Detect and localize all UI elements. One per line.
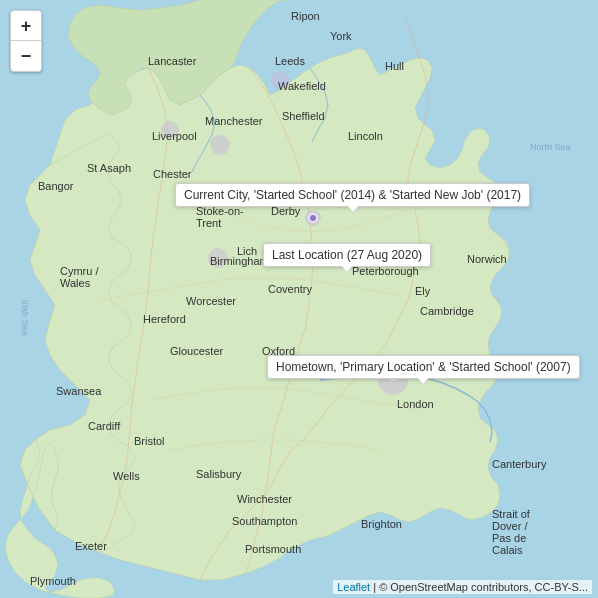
osm-attribution: © OpenStreetMap contributors, CC-BY-S...: [379, 581, 588, 593]
svg-text:North Sea: North Sea: [530, 142, 571, 152]
leaflet-link[interactable]: Leaflet: [337, 581, 370, 593]
svg-point-3: [161, 121, 179, 139]
svg-point-2: [210, 135, 230, 155]
marker-leicester[interactable]: [270, 253, 280, 263]
marker-nottingham[interactable]: [313, 218, 323, 228]
zoom-in-button[interactable]: +: [11, 11, 41, 41]
map-container: North Sea Irish Sea English Channel Ripo…: [0, 0, 598, 598]
svg-point-5: [208, 248, 228, 268]
map-background: North Sea Irish Sea English Channel: [0, 0, 598, 598]
map-attribution: Leaflet | © OpenStreetMap contributors, …: [333, 580, 592, 594]
svg-point-7: [271, 71, 289, 89]
svg-text:Irish Sea: Irish Sea: [20, 300, 30, 336]
zoom-controls: + −: [10, 10, 42, 72]
marker-london[interactable]: [393, 376, 403, 386]
zoom-out-button[interactable]: −: [11, 41, 41, 71]
